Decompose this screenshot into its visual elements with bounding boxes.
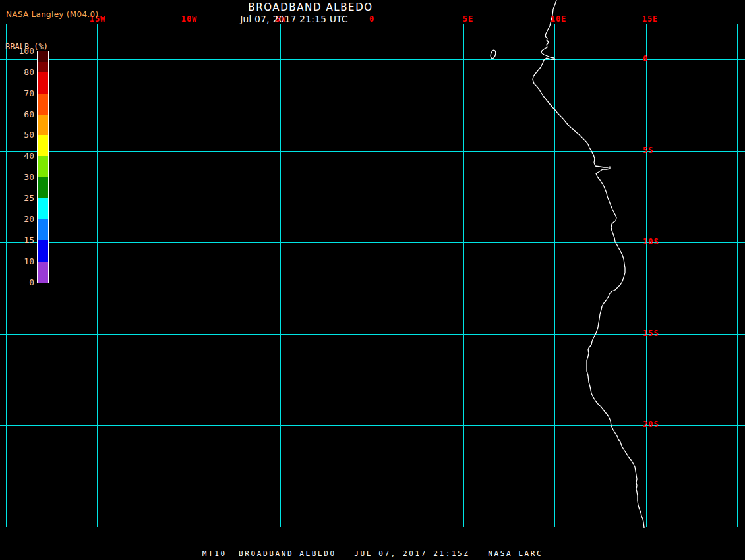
- colorbar-segment-20-25: [38, 198, 48, 219]
- lat-label-10S: 10S: [643, 237, 659, 246]
- colorbar-tick-50: 50: [9, 130, 34, 140]
- map-canvas: [0, 0, 745, 560]
- footer-caption: MT10 BROADBAND ALBEDO JUL 07, 2017 21:15…: [0, 549, 745, 558]
- colorbar-tick-10: 10: [9, 256, 34, 266]
- lon-label-15E: 15E: [642, 14, 659, 24]
- colorbar-tick-80: 80: [9, 67, 34, 77]
- lon-label-10E: 10E: [551, 14, 567, 24]
- lon-label-10W: 10W: [181, 14, 198, 24]
- colorbar-tick-60: 60: [9, 109, 34, 119]
- colorbar-segment-80-90: [38, 62, 48, 72]
- agency-label: NASA Langley (M04.0): [6, 10, 98, 19]
- lon-label-5E: 5E: [463, 14, 473, 24]
- colorbar-tick-0: 0: [9, 277, 34, 287]
- page-title: BROADBAND ALBEDO: [248, 1, 373, 13]
- lat-label-5S: 5S: [643, 146, 653, 155]
- colorbar-segment-40-50: [38, 135, 48, 156]
- albedo-map-viewer: { "header": { "agency_label": "NASA Lang…: [0, 0, 745, 560]
- lat-label-0: 0: [643, 54, 648, 63]
- colorbar-tick-30: 30: [9, 172, 34, 182]
- colorbar-tick-100: 100: [9, 46, 34, 56]
- coastline: [533, 0, 644, 528]
- island-outline: [490, 49, 496, 59]
- colorbar-segment-30-40: [38, 156, 48, 177]
- colorbar-segment-15-20: [38, 219, 48, 240]
- colorbar: [37, 51, 49, 283]
- colorbar-segment-90-100: [38, 51, 48, 62]
- datetime-label: Jul 07, 2017 21:15 UTC: [240, 14, 348, 24]
- colorbar-tick-40: 40: [9, 151, 34, 161]
- colorbar-tick-25: 25: [9, 193, 34, 203]
- colorbar-segment-70-80: [38, 72, 48, 94]
- lat-label-20S: 20S: [643, 420, 659, 429]
- colorbar-segment-25-30: [38, 177, 48, 198]
- colorbar-segment-60-70: [38, 94, 48, 115]
- colorbar-segment-50-60: [38, 115, 48, 135]
- lat-label-15S: 15S: [643, 329, 659, 338]
- colorbar-segment-0-10: [38, 262, 48, 283]
- colorbar-segment-10-15: [38, 240, 48, 262]
- lon-label-0: 0: [369, 14, 374, 24]
- colorbar-tick-20: 20: [9, 214, 34, 224]
- colorbar-tick-70: 70: [9, 88, 34, 98]
- colorbar-tick-15: 15: [9, 235, 34, 245]
